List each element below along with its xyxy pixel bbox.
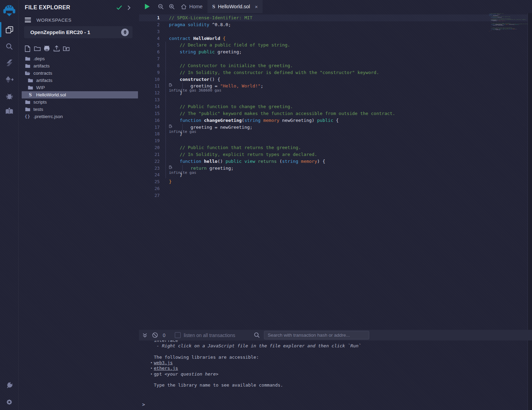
- github-icon[interactable]: [43, 45, 50, 52]
- code-line-16[interactable]: 16 function changeGreeting(string memory…: [139, 117, 532, 124]
- code-line-27[interactable]: 27: [139, 192, 532, 199]
- workspaces-label: WORKSPACES: [36, 18, 72, 23]
- line-number: 22: [139, 158, 160, 165]
- tree-item-artifacts[interactable]: artifacts: [19, 62, 139, 70]
- terminal-line: The following libraries are accessible:: [139, 355, 532, 360]
- settings-gear-icon[interactable]: [0, 395, 19, 409]
- upload-icon[interactable]: [53, 45, 60, 52]
- code-line-20[interactable]: 20 // Public function that returns the g…: [139, 144, 532, 151]
- tabs: HomeSHelloWorld.sol×: [176, 0, 263, 13]
- tab-home[interactable]: Home: [176, 0, 208, 13]
- terminal-line: - Right click on a JavaScript file in th…: [139, 343, 532, 349]
- code-line-5[interactable]: 5 // Declare a public field of type stri…: [139, 42, 532, 49]
- tree-item-label: .prettierrc.json: [33, 114, 63, 119]
- workspace-selected-value: OpenZeppelin ERC20 - 1: [30, 29, 90, 35]
- file-tree: .depsartifactscontractsartifactsWIPSHell…: [19, 55, 139, 120]
- folder-open-icon: [25, 71, 30, 75]
- code-line-18[interactable]: 18 }: [139, 130, 532, 137]
- learneth-icon[interactable]: [0, 104, 19, 118]
- line-number: 20: [139, 144, 160, 151]
- tab-label: Home: [189, 4, 203, 9]
- code-line-17[interactable]: 17 greeting = newGreeting;: [139, 124, 532, 131]
- code-text: // The "public" keyword makes the functi…: [169, 110, 395, 117]
- code-line-19[interactable]: 19: [139, 137, 532, 144]
- terminal-link[interactable]: ethers.js: [154, 366, 178, 371]
- code-line-6[interactable]: 6 string public greeting;: [139, 49, 532, 55]
- code-line-23[interactable]: 23 return greeting;: [139, 165, 532, 172]
- code-line-4[interactable]: 4contract HelloWorld {: [139, 35, 532, 42]
- remix-logo-icon[interactable]: [0, 3, 19, 19]
- code-line-1[interactable]: 1// SPDX-License-Identifier: MIT: [139, 14, 532, 21]
- code-line-21[interactable]: 21 // In Solidity, explicit return types…: [139, 151, 532, 158]
- code-line-2[interactable]: 2pragma solidity ^0.8.0;: [139, 21, 532, 28]
- code-line-7[interactable]: 7: [139, 55, 532, 62]
- terminal-search-input[interactable]: [264, 331, 369, 339]
- tree-item-contracts[interactable]: contracts: [19, 70, 139, 77]
- tree-item--deps[interactable]: .deps: [19, 55, 139, 62]
- tab-helloworld-sol[interactable]: SHelloWorld.sol×: [208, 0, 263, 13]
- restore-folder-icon[interactable]: [63, 45, 70, 52]
- new-folder-icon[interactable]: [34, 45, 41, 52]
- listen-transactions-label[interactable]: listen on all transactions: [184, 333, 235, 338]
- workspace-stepper-icon[interactable]: [121, 29, 129, 36]
- search-icon[interactable]: [0, 40, 19, 53]
- tree-item-label: scripts: [33, 99, 47, 105]
- deploy-run-icon[interactable]: [0, 73, 19, 86]
- terminal-link[interactable]: web3.js: [154, 360, 173, 365]
- tree-item-artifacts[interactable]: artifacts: [19, 77, 139, 84]
- minimap[interactable]: // SPDX-License-Identifier: MITpragma so…: [489, 13, 528, 33]
- code-line-25[interactable]: 25}: [139, 178, 532, 185]
- new-file-icon[interactable]: [24, 45, 31, 52]
- zoom-in-icon[interactable]: [169, 4, 175, 10]
- tree-item-label: contracts: [33, 71, 52, 76]
- solidity-compiler-icon[interactable]: [0, 56, 19, 70]
- line-number: 4: [139, 35, 160, 42]
- line-number: 16: [139, 117, 160, 124]
- code-text: }: [169, 130, 182, 137]
- code-editor[interactable]: 1// SPDX-License-Identifier: MIT2pragma …: [139, 13, 532, 329]
- code-line-3[interactable]: 3: [139, 28, 532, 35]
- chevron-right-icon[interactable]: [127, 5, 131, 10]
- zoom-out-icon[interactable]: [158, 4, 164, 10]
- code-line-11[interactable]: 11 greeting = "Hello, World!";: [139, 83, 532, 90]
- code-line-14[interactable]: 14 // Public function to change the gree…: [139, 103, 532, 110]
- code-line-13[interactable]: 13: [139, 96, 532, 103]
- tree-item-label: .deps: [33, 56, 45, 61]
- code-line-15[interactable]: 15 // The "public" keyword makes the fun…: [139, 110, 532, 117]
- line-number: 11: [139, 83, 160, 90]
- code-text: return greeting;: [169, 165, 234, 172]
- line-number: 27: [139, 192, 160, 199]
- tree-item-label: tests: [33, 107, 43, 112]
- double-chevron-down-icon[interactable]: [142, 333, 147, 338]
- tree-item-tests[interactable]: tests: [19, 106, 139, 113]
- code-line-22[interactable]: 22 function hello() public view returns …: [139, 158, 532, 165]
- code-line-12[interactable]: 12 }: [139, 90, 532, 96]
- code-line-26[interactable]: 26: [139, 185, 532, 192]
- close-icon[interactable]: ×: [255, 4, 258, 10]
- debugger-icon[interactable]: [0, 89, 19, 103]
- terminal-prompt[interactable]: >: [142, 402, 145, 407]
- terminal-line: Type the library name to see available c…: [139, 382, 532, 388]
- file-explorer-icon[interactable]: [0, 23, 19, 36]
- code-line-9[interactable]: 9 // In Solidity, the constructor is def…: [139, 69, 532, 76]
- code-text: // SPDX-License-Identifier: MIT: [169, 14, 253, 21]
- check-icon[interactable]: [116, 5, 122, 10]
- code-line-24[interactable]: 24 }: [139, 171, 532, 178]
- bullet-icon: •: [150, 366, 152, 371]
- plugin-manager-icon[interactable]: [0, 379, 19, 392]
- code-line-10[interactable]: 10 constructor() {infinite gas 368600 ga…: [139, 76, 532, 83]
- tree-item-helloworld-sol[interactable]: SHelloWorld.sol: [22, 91, 138, 98]
- workspace-select[interactable]: OpenZeppelin ERC20 - 1: [24, 26, 132, 38]
- code-text: }: [169, 178, 172, 185]
- code-line-8[interactable]: 8 // Constructor to initialize the greet…: [139, 62, 532, 69]
- tree-item--prettierrc-json[interactable]: {}.prettierrc.json: [19, 113, 139, 120]
- tree-item-scripts[interactable]: scripts: [19, 98, 139, 106]
- terminal-output[interactable]: interface - Right click on a JavaScript …: [139, 340, 532, 410]
- run-icon[interactable]: [145, 4, 150, 9]
- listen-transactions-checkbox[interactable]: [175, 332, 181, 338]
- block-transactions-icon[interactable]: [152, 332, 158, 338]
- tree-item-wip[interactable]: WIP: [19, 84, 139, 91]
- code-text: // In Solidity, explicit return types ar…: [169, 151, 317, 158]
- workspaces-menu-icon[interactable]: [25, 18, 31, 22]
- json-braces-icon: {}: [25, 114, 30, 119]
